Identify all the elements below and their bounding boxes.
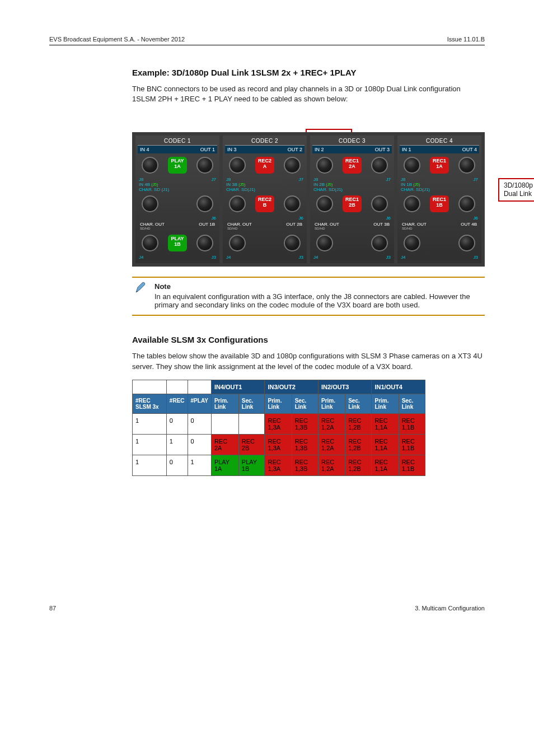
table-cell: 1 (133, 434, 167, 455)
mid-in-label: IN 2B (J5)CHAR. SD(J1) (313, 182, 343, 192)
table-sub-header: Sec. Link (399, 394, 425, 413)
table-cell: PLAY 1B (238, 455, 265, 475)
table-group-header: IN1/OUT4 (372, 380, 425, 394)
table-cell: REC 1,1B (399, 413, 425, 434)
table-cell: 1 (166, 434, 188, 455)
table-sub-header: #PLAY (188, 394, 211, 413)
out-label: OUT 3 (375, 147, 390, 152)
char-out-label: CHAR. OUTSD/HD (402, 222, 427, 230)
port-label: J4 (139, 255, 143, 260)
header-rule (49, 45, 485, 45)
pen-icon (134, 281, 148, 295)
table-cell: 0 (166, 413, 188, 434)
port-label: J6 (212, 216, 216, 221)
codec-module: CODEC 2 IN 3OUT 2 REC2A J8J7 IN 3B (J5)C… (223, 136, 307, 263)
table-cell: 0 (166, 455, 188, 475)
table-cell (238, 413, 265, 434)
table-cell: REC 1,1A (372, 413, 399, 434)
port-label: J8 (401, 177, 405, 182)
table-sub-header: #REC SLSM 3x (133, 394, 167, 413)
char-out-label: CHAR. OUTSD/HD (227, 222, 252, 230)
port-label: J4 (401, 255, 405, 260)
table-cell: REC 1,3B (292, 455, 318, 475)
note-box: Note In an equivalent configuration with… (132, 277, 485, 316)
bnc-connector (371, 235, 388, 251)
section1-intro: The BNC connectors to be used as record … (132, 84, 485, 104)
table-cell: REC 1,2A (318, 455, 345, 475)
out-b-label: OUT 2B (286, 222, 302, 230)
channel-badge: REC12B (343, 195, 362, 212)
table-cell: REC 1,3A (265, 434, 292, 455)
table-sub-header: Sec. Link (345, 394, 372, 413)
table-cell: REC 2A (211, 434, 238, 455)
bnc-connector (229, 195, 246, 212)
char-out-label: CHAR. OUTSD/HD (140, 222, 165, 230)
bnc-connector (229, 157, 246, 174)
out-b-label: OUT 4B (461, 222, 477, 230)
port-label: J3 (386, 255, 391, 260)
bnc-connector (404, 157, 420, 174)
note-body: In an equivalent configuration with a 3G… (154, 292, 481, 309)
out-label: OUT 4 (462, 147, 477, 152)
codec-label: CODEC 3 (312, 138, 392, 146)
char-out-label: CHAR. OUTSD/HD (315, 222, 339, 230)
in-label: IN 4 (140, 147, 149, 152)
bnc-connector (142, 235, 158, 251)
table-cell (133, 380, 167, 394)
table-cell: REC 1,2A (318, 413, 345, 434)
table-group-header: IN4/OUT1 (211, 380, 265, 394)
in-label: IN 2 (315, 147, 324, 152)
port-label: J8 (139, 177, 143, 182)
codec-module: CODEC 4 IN 1OUT 4 REC11A J8J7 IN 1B (J5)… (397, 136, 481, 263)
out-b-label: OUT 3B (373, 222, 390, 230)
bnc-connector (404, 235, 420, 251)
table-sub-header: Prim. Link (318, 394, 345, 413)
codec-module: CODEC 3 IN 2OUT 3 REC12A J8J7 IN 2B (J5)… (310, 136, 394, 263)
channel-badge: REC11B (430, 195, 449, 212)
bnc-connector (458, 235, 475, 251)
in-label: IN 1 (402, 147, 411, 152)
table-cell: 1 (133, 455, 167, 475)
table-cell: REC 1,2B (345, 413, 372, 434)
bnc-connector (404, 195, 420, 212)
channel-badge: PLAY1A (168, 157, 187, 174)
table-cell: 0 (188, 434, 211, 455)
port-label: J6 (299, 216, 303, 221)
port-label: J7 (212, 177, 216, 182)
bnc-connector (284, 195, 301, 212)
out-label: OUT 2 (288, 147, 302, 152)
port-label: J7 (299, 177, 303, 182)
table-cell (166, 380, 188, 394)
port-label: J7 (386, 177, 391, 182)
side-callout: 3D/1080p Dual Link (498, 178, 534, 202)
out-label: OUT 1 (200, 147, 215, 152)
bnc-connector (284, 157, 301, 174)
codec-label: CODEC 2 (225, 138, 305, 146)
footer-right: 3. Multicam Configuration (415, 605, 485, 612)
header-left: EVS Broadcast Equipment S.A. - November … (49, 36, 185, 43)
port-label: J6 (386, 216, 391, 221)
bnc-connector (458, 195, 475, 212)
bnc-connector (371, 195, 388, 212)
section2-intro: The tables below show the available 3D a… (132, 351, 485, 371)
table-group-header: IN3/OUT2 (265, 380, 318, 394)
port-label: J3 (299, 255, 303, 260)
codec-module: CODEC 1 IN 4OUT 1 PLAY1A J8J7 IN 4B (J5)… (135, 136, 219, 263)
mid-in-label: IN 1B (J5)CHAR. SD(J1) (401, 182, 430, 192)
section1-title: Example: 3D/1080p Dual Link 1SLSM 2x + 1… (132, 68, 485, 77)
table-cell: PLAY 1A (211, 455, 238, 475)
channel-badge: PLAY1B (168, 235, 187, 251)
table-cell: REC 1,3B (292, 434, 318, 455)
port-label: J4 (313, 255, 318, 260)
port-label: J3 (474, 255, 478, 260)
table-cell: REC 2B (238, 434, 265, 455)
port-label: J8 (226, 177, 231, 182)
diagram-wrap: SLSM 2PH 3D/1080p Dual Link CODEC 1 IN 4… (132, 132, 485, 267)
table-cell: REC 1,2A (318, 434, 345, 455)
table-sub-header: #REC (166, 394, 188, 413)
bnc-connector (196, 195, 213, 212)
table-cell: 1 (133, 413, 167, 434)
bnc-connector (316, 195, 333, 212)
footer-left: 87 (49, 605, 56, 612)
header-right: Issue 11.01.B (447, 36, 485, 43)
